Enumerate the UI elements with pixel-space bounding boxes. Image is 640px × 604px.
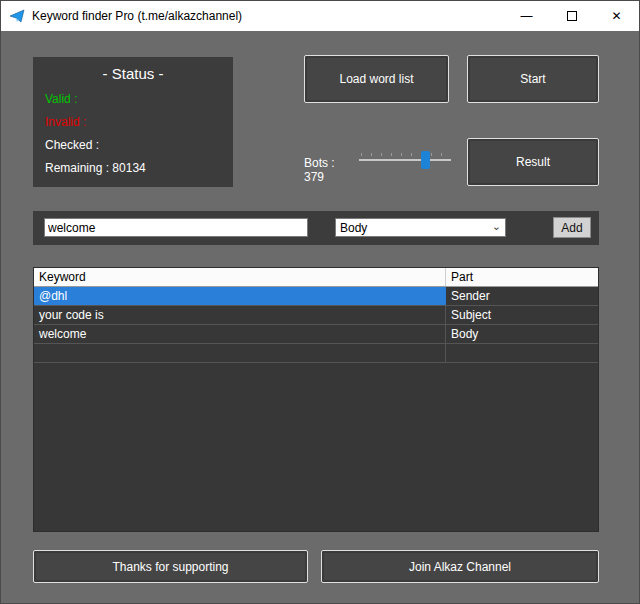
start-button[interactable]: Start <box>467 55 599 103</box>
status-title: - Status - <box>45 65 221 82</box>
minimize-button[interactable]: — <box>504 1 549 31</box>
maximize-button[interactable] <box>549 1 594 31</box>
keyword-input[interactable] <box>44 218 308 237</box>
part-select[interactable]: Body ⌄ <box>335 218 506 237</box>
slider-track <box>359 159 451 161</box>
result-button[interactable]: Result <box>467 138 599 186</box>
status-checked: Checked : <box>45 138 221 152</box>
status-remaining: Remaining : 80134 <box>45 161 221 175</box>
close-button[interactable]: ✕ <box>594 1 639 31</box>
keyword-table: Keyword Part @dhlSenderyour code isSubje… <box>33 267 599 532</box>
bots-label: Bots : 379 <box>304 156 356 184</box>
part-cell: Sender <box>446 287 598 305</box>
keyword-cell: your code is <box>34 306 446 324</box>
main-content: - Status - Valid : Invalid : Checked : R… <box>1 31 640 604</box>
keyword-entry-bar: Body ⌄ Add <box>33 211 599 245</box>
part-cell: Body <box>446 325 598 343</box>
chevron-down-icon: ⌄ <box>492 220 501 233</box>
column-header-part[interactable]: Part <box>446 268 598 286</box>
app-window: Keyword finder Pro (t.me/alkazchannel) —… <box>0 0 640 604</box>
keyword-cell <box>34 344 446 362</box>
keyword-cell: @dhl <box>34 287 446 305</box>
bots-slider[interactable] <box>359 145 451 175</box>
column-header-keyword[interactable]: Keyword <box>34 268 446 286</box>
part-select-value: Body <box>340 221 367 235</box>
titlebar: Keyword finder Pro (t.me/alkazchannel) —… <box>1 1 639 31</box>
table-row[interactable]: @dhlSender <box>34 287 598 306</box>
slider-ticks <box>361 153 449 156</box>
part-cell <box>446 344 598 362</box>
table-body: @dhlSenderyour code isSubjectwelcomeBody <box>34 287 598 363</box>
table-row[interactable]: your code isSubject <box>34 306 598 325</box>
slider-thumb[interactable] <box>421 151 430 169</box>
status-panel: - Status - Valid : Invalid : Checked : R… <box>33 57 233 187</box>
status-invalid: Invalid : <box>45 115 221 129</box>
keyword-cell: welcome <box>34 325 446 343</box>
table-header: Keyword Part <box>34 268 598 287</box>
status-valid: Valid : <box>45 92 221 106</box>
window-title: Keyword finder Pro (t.me/alkazchannel) <box>32 9 504 23</box>
load-word-list-button[interactable]: Load word list <box>304 55 449 103</box>
window-controls: — ✕ <box>504 1 639 31</box>
table-row[interactable] <box>34 344 598 363</box>
join-channel-button[interactable]: Join Alkaz Channel <box>321 550 599 583</box>
maximize-icon <box>567 11 577 21</box>
add-button[interactable]: Add <box>553 217 591 238</box>
table-row[interactable]: welcomeBody <box>34 325 598 344</box>
part-cell: Subject <box>446 306 598 324</box>
thanks-button[interactable]: Thanks for supporting <box>33 550 308 583</box>
app-icon <box>9 8 25 24</box>
